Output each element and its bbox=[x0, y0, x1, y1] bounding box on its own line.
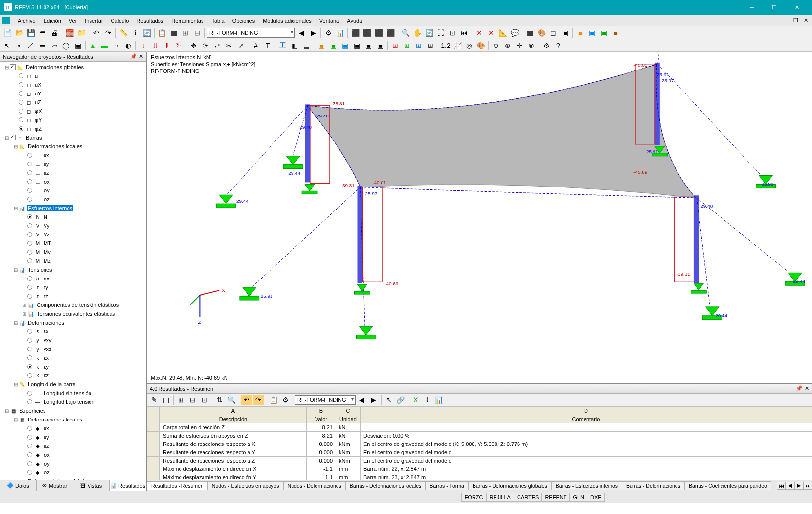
grid-col-letter[interactable]: D bbox=[361, 407, 812, 415]
results-tab[interactable]: Resultados - Resumen bbox=[147, 481, 208, 490]
zoom-window-button[interactable]: ⛶ bbox=[435, 27, 446, 38]
tree-radio[interactable] bbox=[27, 329, 32, 334]
zoom-button[interactable]: 🔍 bbox=[400, 27, 411, 38]
next-case-button[interactable]: ▶ bbox=[308, 27, 318, 38]
tree-radio[interactable] bbox=[27, 452, 32, 457]
maximize-button[interactable]: ☐ bbox=[763, 0, 786, 15]
tree-node[interactable]: κκy bbox=[0, 362, 146, 371]
tree-node[interactable]: ⊥uz bbox=[0, 168, 146, 177]
tree-node[interactable]: ⊥φy bbox=[0, 186, 146, 195]
filter-3-button[interactable]: ▣ bbox=[339, 40, 350, 51]
pan-button[interactable]: ✋ bbox=[412, 27, 423, 38]
mdi-restore-button[interactable]: ❐ bbox=[791, 17, 800, 24]
tree-radio[interactable] bbox=[27, 470, 32, 475]
tree-radio[interactable] bbox=[19, 73, 23, 78]
grid-button[interactable]: ▦ bbox=[168, 27, 179, 38]
zoom-all-button[interactable]: ⊡ bbox=[447, 27, 458, 38]
mirror-button[interactable]: ⇄ bbox=[212, 40, 223, 51]
grid-edit-button[interactable]: ✎ bbox=[149, 395, 159, 405]
menu-ver[interactable]: Ver bbox=[65, 17, 81, 24]
rotate-copy-button[interactable]: ⟳ bbox=[200, 40, 211, 51]
minimize-button[interactable]: ─ bbox=[741, 0, 763, 15]
app-menu-icon[interactable] bbox=[2, 17, 10, 24]
tree-node[interactable]: —Longitud sin tensión bbox=[0, 389, 146, 397]
solid-body-button[interactable]: ▣ bbox=[72, 40, 83, 51]
menu-opciones[interactable]: Opciones bbox=[228, 17, 259, 24]
status-dxf[interactable]: DXF bbox=[587, 493, 605, 502]
grid-copy-button[interactable]: 📋 bbox=[268, 395, 279, 405]
menu-ayuda[interactable]: Ayuda bbox=[343, 17, 366, 24]
results-tab-nav-button[interactable]: ▶ bbox=[794, 482, 803, 490]
close-button[interactable]: ✕ bbox=[786, 0, 808, 15]
tree-node[interactable]: VVy bbox=[0, 221, 146, 230]
nav-close-icon[interactable]: ✕ bbox=[139, 53, 143, 60]
nav-tab-datos[interactable]: 🔷Datos bbox=[0, 480, 37, 491]
result-3-button[interactable]: ⊞ bbox=[413, 40, 424, 51]
menu-cálculo[interactable]: Cálculo bbox=[107, 17, 133, 24]
material-button[interactable]: ◧ bbox=[289, 40, 300, 51]
grid-col-header[interactable]: Comentario bbox=[361, 415, 812, 423]
tree-radio[interactable] bbox=[27, 391, 32, 396]
load-case-combo[interactable]: RF-FORM-FINDING bbox=[207, 28, 295, 38]
block-manager-button[interactable]: 🧱 bbox=[64, 27, 75, 38]
grid-col-letter[interactable] bbox=[147, 407, 160, 415]
results-tab[interactable]: Barras - Forma bbox=[425, 481, 469, 490]
filter-4-button[interactable]: ▣ bbox=[351, 40, 362, 51]
tree-node[interactable]: ⊥φz bbox=[0, 195, 146, 204]
mdi-close-button[interactable]: ✕ bbox=[801, 17, 810, 24]
tree-node[interactable]: ◻u bbox=[0, 71, 146, 80]
grid-next-button[interactable]: ▶ bbox=[368, 395, 379, 405]
tree-radio[interactable] bbox=[27, 223, 32, 228]
menu-resultados[interactable]: Resultados bbox=[133, 17, 167, 24]
tree-radio[interactable] bbox=[27, 435, 32, 440]
nav-tab-resultados[interactable]: 📊Resultados bbox=[110, 480, 146, 491]
info-button[interactable]: ℹ bbox=[130, 27, 140, 38]
grid-view-1-button[interactable]: ⊞ bbox=[176, 395, 186, 405]
table-row[interactable]: Carga total en dirección Z8.21kN bbox=[147, 423, 812, 432]
grid-export-button[interactable]: ⤓ bbox=[422, 395, 433, 405]
tree-checkbox[interactable] bbox=[10, 135, 16, 140]
view-z-button[interactable]: ⬛ bbox=[385, 27, 396, 38]
grid-find-button[interactable]: 🔍 bbox=[226, 395, 237, 405]
redo-button[interactable]: ↷ bbox=[103, 27, 113, 38]
tree-node[interactable]: VVz bbox=[0, 230, 146, 239]
table-row[interactable]: Máximo desplazamiento en dirección Y1.1m… bbox=[147, 473, 812, 480]
solid-button[interactable]: ▣ bbox=[560, 27, 570, 38]
tree-node[interactable]: ◻φZ bbox=[0, 124, 146, 133]
snap-4-button[interactable]: ⊗ bbox=[526, 40, 537, 51]
grid-col-letter[interactable]: C bbox=[336, 407, 361, 415]
tree-node[interactable]: ◆uz bbox=[0, 442, 146, 450]
help-button[interactable]: ? bbox=[553, 40, 564, 51]
calculate-button[interactable]: ⚙ bbox=[323, 27, 334, 38]
grid-col-header[interactable] bbox=[147, 415, 160, 423]
diagram-button[interactable]: 📈 bbox=[452, 40, 463, 51]
tree-node[interactable]: ⊟📊Tensiones bbox=[0, 265, 146, 274]
tree-node[interactable]: κκx bbox=[0, 353, 146, 362]
pin-icon[interactable]: 📌 bbox=[130, 53, 137, 60]
tree-node[interactable]: γγxy bbox=[0, 336, 146, 345]
new-button[interactable]: 📄 bbox=[2, 27, 13, 38]
render-button[interactable]: 🎨 bbox=[536, 27, 547, 38]
tree-radio[interactable] bbox=[27, 188, 32, 193]
tree-node[interactable]: ◻uX bbox=[0, 80, 146, 89]
thickness-button[interactable]: ▤ bbox=[301, 40, 312, 51]
tree-radio[interactable] bbox=[27, 399, 32, 404]
tree-radio[interactable] bbox=[19, 82, 23, 87]
tree-radio[interactable] bbox=[19, 100, 23, 105]
result-1-button[interactable]: ⊞ bbox=[390, 40, 401, 51]
tree-radio[interactable] bbox=[27, 347, 32, 351]
results-tab[interactable]: Nudos - Esfuerzos en apoyos bbox=[207, 481, 284, 490]
menu-edición[interactable]: Edición bbox=[40, 17, 65, 24]
rotate-button[interactable]: 🔄 bbox=[424, 27, 434, 38]
values-button[interactable]: 1.2 bbox=[440, 40, 451, 51]
results-tab[interactable]: Nudos - Deformaciones bbox=[283, 481, 346, 490]
local-axes-button[interactable]: ✕ bbox=[486, 27, 496, 38]
tree-radio[interactable] bbox=[27, 355, 32, 360]
tree-node[interactable]: ◆φy bbox=[0, 459, 146, 468]
results-tab[interactable]: Barras - Deformaciones globales bbox=[468, 481, 552, 490]
result-2-button[interactable]: ⊞ bbox=[402, 40, 412, 51]
tree-radio[interactable] bbox=[19, 117, 23, 122]
tree-radio[interactable] bbox=[27, 461, 32, 466]
tree-node[interactable]: σσx bbox=[0, 274, 146, 283]
tree-checkbox[interactable] bbox=[10, 64, 16, 70]
